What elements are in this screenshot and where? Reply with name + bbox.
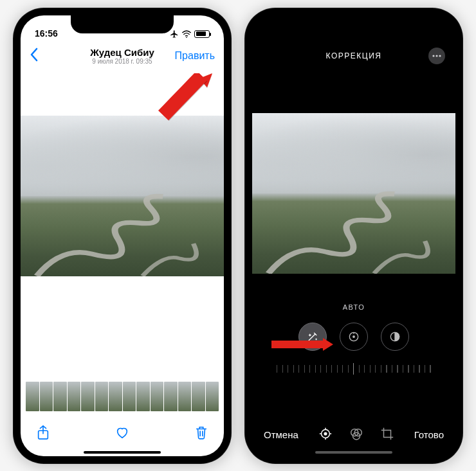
thumbnail-strip[interactable] — [21, 382, 224, 411]
thumbnail[interactable] — [206, 382, 219, 411]
thumbnail[interactable] — [109, 382, 122, 411]
cancel-button[interactable]: Отмена — [264, 429, 298, 440]
svg-point-0 — [186, 37, 187, 38]
airplane-icon — [170, 30, 179, 39]
photo-preview[interactable] — [21, 116, 224, 276]
edit-button[interactable]: Править — [175, 50, 215, 62]
battery-icon — [194, 30, 210, 38]
home-indicator[interactable] — [315, 451, 392, 454]
svg-point-8 — [353, 335, 355, 337]
trash-button[interactable] — [194, 425, 208, 444]
edit-bottom-bar: Отмена Готово — [252, 419, 455, 451]
svg-rect-3 — [158, 73, 207, 120]
screen-photo-edit: КОРРЕКЦИЯ АВТО — [252, 15, 455, 456]
svg-point-12 — [324, 432, 327, 435]
adjustment-buttons — [252, 323, 455, 351]
svg-point-6 — [439, 55, 441, 57]
share-button[interactable] — [36, 425, 50, 444]
brilliance-button[interactable] — [381, 323, 409, 351]
wifi-icon — [181, 30, 192, 38]
thumbnail[interactable] — [40, 382, 53, 411]
thumbnail[interactable] — [164, 382, 178, 411]
thumbnail[interactable] — [26, 382, 39, 411]
nav-bar: Жудец Сибиу 9 июля 2018 г. 09:35 Править — [21, 41, 224, 71]
thumbnail[interactable] — [192, 382, 205, 411]
edit-mode-tabs — [318, 427, 394, 443]
screen-photo-detail: 16:56 Жудец Сибиу 9 июля 2018 г. 09:35 П… — [21, 15, 224, 456]
adjustment-name: АВТО — [252, 303, 455, 311]
crop-tab[interactable] — [380, 427, 394, 443]
auto-enhance-button[interactable] — [298, 323, 327, 351]
thumbnail[interactable] — [81, 382, 95, 411]
svg-marker-2 — [199, 73, 212, 87]
edit-nav-bar: КОРРЕКЦИЯ — [252, 41, 455, 71]
adjustment-dial[interactable] — [277, 361, 431, 377]
adjust-tab[interactable] — [318, 427, 333, 443]
svg-point-5 — [435, 55, 437, 57]
done-button[interactable]: Готово — [414, 429, 444, 440]
home-indicator[interactable] — [84, 451, 161, 454]
back-button[interactable] — [30, 48, 39, 64]
phone-left: 16:56 Жудец Сибиу 9 июля 2018 г. 09:35 П… — [13, 8, 232, 464]
thumbnail[interactable] — [151, 382, 164, 411]
thumbnail[interactable] — [178, 382, 192, 411]
edit-header-title: КОРРЕКЦИЯ — [326, 51, 382, 60]
notch — [71, 15, 174, 33]
favorite-button[interactable] — [115, 425, 129, 444]
thumbnail[interactable] — [53, 382, 67, 411]
more-button[interactable] — [428, 48, 445, 64]
thumbnail[interactable] — [123, 382, 136, 411]
bottom-toolbar — [21, 419, 224, 450]
exposure-button[interactable] — [340, 323, 368, 351]
thumbnail[interactable] — [136, 382, 150, 411]
notch — [302, 15, 405, 33]
svg-point-4 — [432, 55, 434, 57]
status-time: 16:56 — [35, 28, 58, 39]
phone-right: КОРРЕКЦИЯ АВТО — [244, 8, 463, 464]
status-indicators — [170, 30, 210, 39]
photo-preview-edit[interactable] — [252, 113, 455, 274]
thumbnail[interactable] — [95, 382, 109, 411]
filters-tab[interactable] — [349, 427, 363, 443]
thumbnail[interactable] — [68, 382, 81, 411]
